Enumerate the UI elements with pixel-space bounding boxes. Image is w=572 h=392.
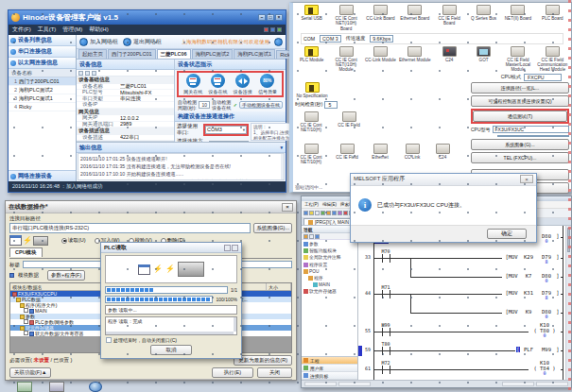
plc-if-cclink-module[interactable]: CC-Link Module <box>364 46 397 73</box>
document-tab-main[interactable]: [PRG]写入 MAIN <box>303 218 354 225</box>
pc-if-serial-usb[interactable]: Serial USB <box>295 5 328 31</box>
minimize-icon[interactable] <box>224 245 231 251</box>
close-icon[interactable]: × <box>282 203 293 212</box>
timer-coil[interactable]: K10( T80 )0 <box>529 322 561 339</box>
pc-if-ethernet-board[interactable]: Ethernet Board <box>398 5 431 31</box>
refresh-button[interactable]: 更新为最新的信息(R) <box>234 355 292 366</box>
output-log[interactable]: 2016/11/10 17:01:25 设备连接通道断开! 2016/11/10… <box>78 153 285 180</box>
contact[interactable] <box>382 366 390 374</box>
detect-period-value[interactable]: 10 <box>199 101 210 109</box>
toolbar-icon[interactable] <box>343 211 348 215</box>
pc-if-cclink-board[interactable]: CC-Link Board <box>364 5 397 31</box>
pc-if-qbus[interactable]: Q Series Bus <box>467 5 500 31</box>
ladder-editor[interactable]: [MOVK8D80]0 33 M70 [MOVK29D79]8 [MOVK7D8… <box>358 226 571 380</box>
device-list-item[interactable]: 3海鸥PLC测试1 <box>9 94 76 103</box>
sidebar-section-devices[interactable]: 设备列表信息 <box>9 35 76 46</box>
menubar-icon[interactable] <box>264 27 269 32</box>
pc-if-cciefield-board[interactable]: CC IE Field Board <box>433 5 466 31</box>
tab-test2[interactable]: 海鸥PLC测试2 <box>192 49 234 59</box>
project-tree[interactable]: 参数 智能功能模块 全局软元件注释 程序设置 POU 程序 MAIN 软元件存储… <box>302 240 357 356</box>
toolbar-icon[interactable] <box>326 211 331 215</box>
list-hscrollbar[interactable] <box>106 332 234 334</box>
related-functions-button[interactable]: 关联功能(F)▲ <box>9 367 51 378</box>
menubar-icon[interactable] <box>270 27 275 32</box>
contact[interactable] <box>382 328 390 336</box>
progress-log-list[interactable]: 程序 读取：完成 <box>105 316 237 335</box>
melsoft-titlebar[interactable]: MELSOFT 应用程序 × <box>351 174 536 186</box>
tel-button[interactable]: TEL (FXCPU)... <box>471 152 569 163</box>
list-vscrollbar[interactable] <box>234 317 236 332</box>
timer-coil[interactable]: K10( T84 )0 <box>529 360 561 377</box>
instruction-mov[interactable]: [MOVK29D79]8 <box>502 254 561 265</box>
stack-tab-userlib[interactable]: 用户库 <box>302 365 357 372</box>
speed-value[interactable]: 9.6Kbps <box>370 35 393 43</box>
toolbar-icon[interactable] <box>321 211 325 215</box>
coexist-ccie-field[interactable]: CC IE Field <box>333 144 361 165</box>
close-button[interactable]: 关闭 <box>257 367 292 378</box>
toolbar-icon[interactable] <box>315 211 320 215</box>
minimize-button[interactable]: – <box>258 14 266 21</box>
tab-mitsubishi[interactable]: 三菱PLC06 <box>157 49 191 59</box>
close-button[interactable]: × <box>275 14 283 21</box>
nav-toolbar-icon[interactable] <box>303 234 308 239</box>
time-check-value[interactable]: 5 <box>324 101 338 109</box>
communication-test-button[interactable]: 通信测试(T) <box>473 111 567 122</box>
tab-cpu-module[interactable]: CPU模块 <box>9 247 43 257</box>
melsoft-ok-button[interactable]: 确定 <box>487 229 527 239</box>
plc-memory-clear-item[interactable]: PLC存储器清除 <box>79 382 113 392</box>
pc-if-plc-board[interactable]: PLC Board <box>536 5 569 31</box>
row-checkbox[interactable] <box>24 319 28 324</box>
pc-if-net2-board[interactable]: NET(II) Board <box>501 5 534 31</box>
contact[interactable] <box>382 290 390 298</box>
plc-if-ethernet-module[interactable]: Ethernet Module <box>398 46 431 73</box>
clock-setting-item[interactable]: 时钟设置 <box>47 382 66 392</box>
coexist-ccie-cont[interactable]: CC IE Cont NET/10(H) <box>295 144 327 165</box>
connection-path-list-button[interactable]: 连接路径(一览)L... <box>471 82 569 94</box>
menu-tools[interactable]: 工具(T) <box>38 26 57 34</box>
ladder-scrollbar[interactable] <box>565 226 571 380</box>
port-combo[interactable]: COM3▾ <box>205 126 247 134</box>
toolbar-icon[interactable] <box>303 211 308 215</box>
instruction-mov[interactable]: [MOVK9D80]0 <box>502 309 561 320</box>
row-checkbox[interactable] <box>24 331 28 335</box>
sort-icon[interactable] <box>85 71 90 76</box>
nav-toolbar-icon[interactable] <box>309 234 314 239</box>
hinode-titlebar[interactable]: Hinode设备管理客户端 v1.5 – □ × <box>9 10 286 25</box>
instruction-mov[interactable]: [MOVK7D80]0 <box>502 273 561 284</box>
instruction-plf[interactable]: [PLFM99] <box>515 347 561 352</box>
coexist-ethernet[interactable]: Ethernet <box>367 144 393 165</box>
remote-operation-item[interactable]: 远程操作 <box>15 382 34 392</box>
toolbar-icon[interactable] <box>332 211 337 215</box>
menu-file[interactable]: 文件(F) <box>12 26 31 34</box>
contact[interactable] <box>382 254 390 263</box>
radio-read[interactable]: 读取(U) <box>61 237 86 244</box>
route-ccie-cont[interactable]: CC IE Cont NET/10(H) <box>295 111 327 133</box>
contact[interactable] <box>382 347 390 355</box>
plc-if-ccie-module[interactable]: CC IE Cont NET(/10H) Module <box>329 46 362 73</box>
stack-tab-connection[interactable]: 连接目标 <box>302 372 357 380</box>
auto-detect-check[interactable]: ✓ <box>234 102 237 108</box>
pc-if-ccie-board[interactable]: CC IE Cont NET(/10H) Board <box>329 5 362 31</box>
coexist-cclink[interactable]: CC-Link <box>399 144 425 165</box>
tab-test1[interactable]: 海鸥PLC测试1 <box>234 49 275 59</box>
stack-tab-project[interactable]: 工程 <box>302 357 357 365</box>
menu-project[interactable]: 工程(P) <box>304 202 319 207</box>
device-list-item[interactable]: 4Ricky <box>9 103 76 111</box>
plc-if-cciefield-master[interactable]: CC IE Field Master/Local Module <box>501 46 534 73</box>
progress-titlebar[interactable]: PLC读取 <box>101 243 241 253</box>
collapse-icon[interactable]: ▾ <box>280 145 283 150</box>
execute-button[interactable]: 执行(E) <box>212 367 253 378</box>
category-icon[interactable] <box>92 71 96 76</box>
plc-if-c24[interactable]: C24 <box>433 46 466 73</box>
system-image-button[interactable]: 系统图像(G)... <box>471 139 569 150</box>
nav-toolbar-icon[interactable] <box>315 234 320 239</box>
direct-connection-button[interactable]: 可编程控制器直接连接设置(Q) <box>471 95 569 107</box>
close-icon[interactable] <box>232 245 238 251</box>
menu-help[interactable]: 帮助(H) <box>89 26 108 34</box>
log-scrollbar[interactable] <box>281 154 284 179</box>
coexist-c24[interactable]: C24 <box>431 144 454 165</box>
exit-network-button[interactable]: 退出网络组 <box>123 38 162 46</box>
maximize-button[interactable]: □ <box>267 14 274 21</box>
system-image-button[interactable]: 系统图像(G)... <box>253 223 292 233</box>
manual-detect-button[interactable]: 手动检测设备在线 <box>239 101 283 109</box>
